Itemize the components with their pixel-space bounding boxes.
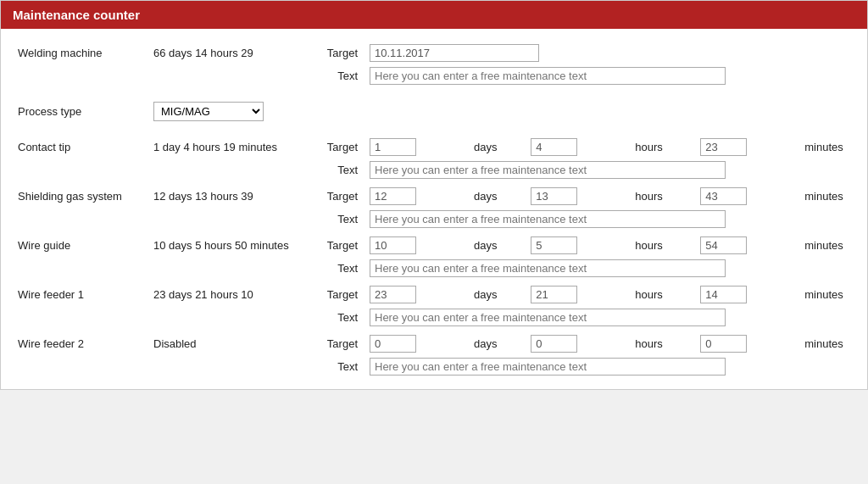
wire-feeder-2-minutes-input[interactable] [700,335,747,353]
process-type-row [13,86,855,98]
main-table: Welding machine 66 days 14 hours 29 Targ… [13,37,855,377]
welding-machine-text-label: Text [318,65,364,86]
wire-feeder-1-minutes-unit: minutes [803,279,855,307]
wire-feeder-1-days-input[interactable] [370,286,416,303]
wire-guide-minutes-input[interactable] [700,236,747,254]
contact-tip-text-input[interactable] [370,161,726,179]
wire-guide-text-input[interactable] [370,259,726,277]
wire-guide-days-input[interactable] [370,236,416,254]
welding-machine-target-cell [364,37,803,65]
empty [148,65,318,86]
wire-feeder-1-hours-input[interactable] [531,286,577,303]
shielding-gas-system-value: 12 days 13 hours 39 [148,181,318,209]
wire-feeder-1-value: 23 days 21 hours 10 [148,279,318,307]
welding-machine-value: 66 days 14 hours 29 [148,37,318,65]
wire-feeder-2-label: Wire feeder 2 [13,328,148,356]
wire-feeder-2-text-input[interactable] [370,358,726,376]
wire-guide-text-label: Text [318,258,364,279]
contact-tip-row: Contact tip 1 day 4 hours 19 minutes Tar… [13,131,855,159]
contact-tip-hours-cell [526,131,633,159]
wire-guide-target-label: Target [318,230,364,258]
wire-feeder-2-value: Disabled [148,328,318,356]
contact-tip-text-cell [364,159,855,181]
shielding-gas-system-text-input[interactable] [370,210,726,228]
wire-guide-hours-cell [526,230,633,258]
wire-guide-hours-unit: hours [633,230,695,258]
process-type-spacer [13,86,803,98]
wire-feeder-2-hours-input[interactable] [531,335,577,353]
contact-tip-days-input[interactable] [370,138,416,156]
shielding-gas-system-target-label: Target [318,181,364,209]
spacer-cell [13,125,803,131]
wire-guide-value: 10 days 5 hours 50 minutes [148,230,318,258]
shielding-gas-system-hours-cell [526,181,633,209]
panel-body: Welding machine 66 days 14 hours 29 Targ… [1,29,867,389]
wire-guide-minutes-unit: minutes [803,230,855,258]
wire-feeder-1-days-cell [364,279,472,307]
contact-tip-minutes-input[interactable] [700,138,747,156]
contact-tip-minutes-unit: minutes [803,131,855,159]
wire-feeder-2-hours-cell [526,328,633,356]
wire-guide-hours-input[interactable] [531,236,577,254]
wire-feeder-2-hours-unit: hours [633,328,695,356]
wire-feeder-1-text-input[interactable] [370,309,726,326]
shielding-gas-system-minutes-cell [695,181,803,209]
wire-feeder-2-row: Wire feeder 2 Disabled Target days hours… [13,328,855,356]
shielding-gas-system-minutes-input[interactable] [700,187,747,205]
wire-guide-label: Wire guide [13,230,148,258]
wire-guide-minutes-cell [695,230,803,258]
wire-feeder-1-minutes-input[interactable] [700,286,747,303]
wire-guide-text-empty2 [148,258,318,279]
welding-machine-row: Welding machine 66 days 14 hours 29 Targ… [13,37,855,65]
contact-tip-minutes-cell [695,131,803,159]
shielding-gas-system-days-cell [364,181,472,209]
shielding-gas-system-hours-unit: hours [633,181,695,209]
contact-tip-text-label: Text [318,159,364,181]
wire-guide-text-cell [364,258,855,279]
wire-feeder-2-text-empty1 [13,356,148,377]
contact-tip-value: 1 day 4 hours 19 minutes [148,131,318,159]
shielding-gas-system-text-empty1 [13,209,148,230]
welding-machine-text-input[interactable] [370,67,726,85]
welding-machine-date-input[interactable] [370,44,539,62]
contact-tip-days-unit: days [472,131,526,159]
welding-machine-text-cell [364,65,803,86]
wire-guide-days-cell [364,230,472,258]
wire-feeder-1-hours-cell [526,279,633,307]
shielding-gas-system-hours-input[interactable] [531,187,577,205]
wire-feeder-1-text-cell [364,307,855,328]
contact-tip-label: Contact tip [13,131,148,159]
wire-feeder-1-text-empty2 [148,307,318,328]
wire-feeder-1-minutes-cell [695,279,803,307]
shielding-gas-system-row: Shielding gas system 12 days 13 hours 39… [13,181,855,209]
wire-feeder-2-text-row: Text [13,356,855,377]
welding-machine-text-row: Text [13,65,855,86]
wire-feeder-2-target-label: Target [318,328,364,356]
spacer-row [13,125,855,131]
wire-feeder-2-days-unit: days [472,328,526,356]
contact-tip-hours-unit: hours [633,131,695,159]
wire-feeder-2-text-label: Text [318,356,364,377]
wire-feeder-2-text-cell [364,356,855,377]
contact-tip-days-cell [364,131,472,159]
shielding-gas-system-days-unit: days [472,181,526,209]
process-type-main-row: Process type MIG/MAG TIG MMA [13,98,855,125]
wire-feeder-1-label: Wire feeder 1 [13,279,148,307]
shielding-gas-system-label: Shielding gas system [13,181,148,209]
shielding-gas-system-days-input[interactable] [370,187,416,205]
panel-header: Maintenance counter [1,1,867,29]
process-type-select[interactable]: MIG/MAG TIG MMA [153,102,264,121]
wire-feeder-2-days-input[interactable] [370,335,416,353]
welding-machine-label: Welding machine [13,37,148,65]
maintenance-panel: Maintenance counter Welding machine 66 d… [0,0,868,390]
wire-guide-days-unit: days [472,230,526,258]
empty [13,65,148,86]
shielding-gas-system-text-cell [364,209,855,230]
contact-tip-hours-input[interactable] [531,138,577,156]
contact-tip-target-label: Target [318,131,364,159]
wire-feeder-2-text-empty2 [148,356,318,377]
shielding-gas-system-text-label: Text [318,209,364,230]
wire-feeder-1-text-row: Text [13,307,855,328]
wire-feeder-1-target-label: Target [318,279,364,307]
wire-feeder-1-row: Wire feeder 1 23 days 21 hours 10 Target… [13,279,855,307]
